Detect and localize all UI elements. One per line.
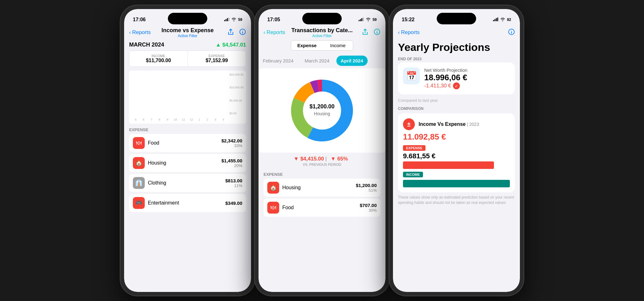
status-icons-1: 59 — [224, 17, 242, 22]
info-icon-wrapper-3[interactable] — [508, 28, 515, 37]
food-icon-1: 🍽 — [133, 137, 145, 149]
svg-text:$1,200.00: $1,200.00 — [309, 103, 335, 110]
chart-bars-area-1 — [132, 73, 227, 115]
menu-icon-1[interactable] — [239, 28, 246, 37]
month-tab-feb-2[interactable]: February 2024 — [259, 56, 298, 66]
expense-label-1: EXPENSE — [191, 54, 243, 58]
end-label-3: END OF 2023 — [393, 54, 520, 62]
comp-income-section-3: INCOME — [403, 171, 510, 187]
yearly-title-3: Yearly Projections — [393, 39, 520, 54]
housing-name-1: Housing — [148, 160, 221, 166]
nav-back-2[interactable]: ‹ Reports — [264, 29, 285, 36]
segment-control-2: Expense Income — [291, 40, 353, 51]
nav-back-1[interactable]: ‹ Reports — [129, 29, 151, 36]
status-time-2: 17:05 — [267, 17, 280, 22]
nav-back-3[interactable]: ‹ Reports — [398, 29, 420, 36]
expense-item-food-2[interactable]: 🍽 Food $707.00 30% — [264, 199, 380, 217]
svg-rect-10 — [363, 17, 364, 21]
housing-pct-1: 20% — [221, 163, 242, 168]
vs-pct-2: ▼ 65% — [330, 156, 348, 162]
projection-text-3: Net Worth Projection 18.996,06 € -1.411,… — [424, 67, 467, 89]
clothing-icon-1: 👔 — [133, 177, 145, 189]
housing-pct-2: 51% — [356, 188, 377, 193]
share-icon-1[interactable] — [227, 28, 234, 37]
status-time-1: 17:06 — [133, 17, 146, 22]
expense-item-housing-2[interactable]: 🏠 Housing $1,200.00 51% — [264, 179, 380, 197]
comp-disclaimer-3: These values show only an estimated pred… — [393, 192, 520, 205]
nav-bar-1: ‹ Reports Income vs Expense Active Filte… — [124, 26, 251, 39]
nav-main-title-1: Income vs Expense — [161, 27, 214, 34]
comp-header-3: ± Income Vs Expense | 2023 — [403, 118, 510, 130]
wifi-icon-1 — [231, 17, 236, 22]
nav-bar-2: ‹ Reports Transactions by Cate... Active… — [259, 26, 385, 39]
expense-item-clothing-1[interactable]: 👔 Clothing $813.00 11% — [129, 174, 246, 192]
vs-amount-2: ▼ $4,415.00 — [294, 156, 324, 162]
clothing-amount-1: $813.00 — [225, 178, 242, 183]
signal-icon-1 — [224, 17, 229, 22]
wifi-icon-3 — [500, 17, 505, 22]
comp-amount-3: 11.092,85 € — [403, 132, 510, 142]
svg-rect-23 — [494, 19, 495, 21]
signal-icon-3 — [493, 17, 498, 22]
phone-2: 17:05 59 ‹ Reports — [255, 5, 389, 296]
food-pct-2: 30% — [360, 208, 377, 213]
nav-bar-3: ‹ Reports — [393, 26, 520, 39]
food-name-1: Food — [148, 140, 221, 146]
comp-bar-expense-3 — [403, 161, 494, 169]
svg-rect-0 — [224, 20, 225, 21]
expense-item-entertainment-1[interactable]: 🎮 Entertainment $349.00 — [129, 194, 246, 212]
content-1: MARCH 2024 ▲ $4,547.01 INCOME $11,700.00… — [124, 39, 251, 214]
food-amount-2: $707.00 — [360, 203, 377, 208]
chevron-back-icon-3: ‹ — [398, 29, 400, 36]
nav-right-1 — [227, 28, 246, 37]
projection-name-3: Net Worth Projection — [424, 67, 467, 73]
phones-container: 17:06 59 ‹ Reports — [0, 5, 644, 296]
status-icons-3: 82 — [493, 17, 511, 22]
nav-back-label-1[interactable]: Reports — [132, 29, 151, 36]
income-label-1: INCOME — [133, 54, 184, 58]
month-tab-mar-2[interactable]: March 2024 — [300, 56, 334, 66]
projection-card-3: 📅 Net Worth Projection 18.996,06 € -1.41… — [398, 62, 515, 94]
comp-expense-label-3: EXPENSE — [403, 145, 425, 151]
nav-back-label-3[interactable]: Reports — [401, 29, 420, 36]
svg-rect-3 — [228, 17, 229, 21]
dynamic-island-2 — [302, 13, 342, 24]
entertainment-icon-1: 🎮 — [133, 197, 145, 209]
food-icon-2: 🍽 — [267, 202, 279, 214]
comp-icon-3: ± — [403, 118, 415, 130]
expense-section-label-2: EXPENSE — [264, 172, 380, 177]
month-tab-apr-2[interactable]: April 2024 — [336, 56, 368, 66]
menu-icon-2[interactable] — [374, 28, 380, 37]
svg-rect-24 — [496, 18, 497, 21]
comp-title-3: Income Vs Expense — [419, 121, 465, 127]
income-expense-row-1: INCOME $11,700.00 EXPENSE $7,152.99 — [129, 51, 246, 67]
battery-icon-3: 82 — [507, 17, 511, 22]
food-right-1: $2,342.00 33% — [221, 138, 242, 148]
chevron-back-icon-1: ‹ — [129, 29, 131, 36]
segment-wrapper-2: Expense Income — [259, 39, 385, 53]
month-tabs-2: February 2024 March 2024 April 2024 — [259, 56, 385, 66]
nav-back-label-2[interactable]: Reports — [267, 29, 285, 36]
nav-right-2 — [362, 28, 380, 37]
svg-rect-7 — [359, 20, 360, 21]
month-header-1: MARCH 2024 ▲ $4,547.01 — [129, 39, 246, 51]
income-value-1: $11,700.00 — [133, 58, 184, 63]
expense-item-food-1[interactable]: 🍽 Food $2,342.00 33% — [129, 134, 246, 152]
status-time-3: 15:22 — [402, 17, 415, 22]
dynamic-island-1 — [168, 13, 207, 24]
comp-bar-income-3 — [403, 180, 510, 187]
donut-container-2: $1,200.00 Housing — [259, 68, 385, 153]
svg-point-19 — [303, 92, 341, 129]
expense-item-housing-1[interactable]: 🏠 Housing $1,455.00 20% — [129, 154, 246, 172]
vs-row-2: ▼ $4,415.00 | ▼ 65% — [259, 156, 385, 162]
housing-icon-1: 🏠 — [133, 157, 145, 169]
svg-rect-8 — [360, 19, 361, 21]
svg-point-5 — [242, 31, 243, 31]
phone-3: 15:22 82 ‹ Reports — [389, 5, 524, 296]
segment-expense-2[interactable]: Expense — [291, 41, 323, 50]
segment-income-2[interactable]: Income — [323, 41, 353, 50]
comp-income-label-3: INCOME — [403, 172, 423, 177]
entertainment-right-1: $349.00 — [225, 200, 242, 206]
share-icon-2[interactable] — [362, 28, 369, 37]
chart-y-labels-1: $15,000.00 $10,000.00 $5,000.00 $0.00 — [229, 73, 244, 115]
